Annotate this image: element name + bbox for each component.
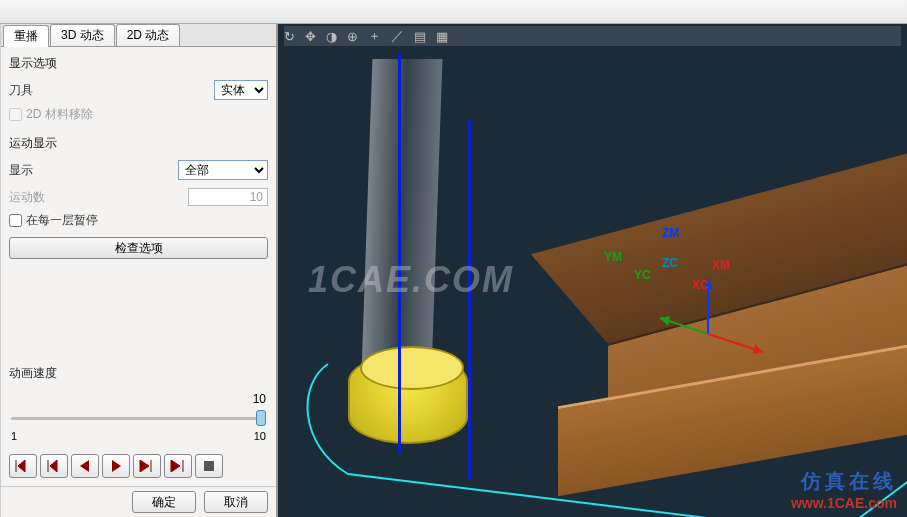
play-button[interactable] xyxy=(102,454,130,478)
display-options-title: 显示选项 xyxy=(9,53,268,74)
tool-axis-line xyxy=(398,54,401,454)
vt-icon: ◑ xyxy=(326,29,337,44)
motion-display-title: 运动显示 xyxy=(9,133,268,154)
anim-speed-title: 动画速度 xyxy=(9,363,268,384)
tool-label: 刀具 xyxy=(9,82,33,99)
tab-3d-dynamic[interactable]: 3D 动态 xyxy=(50,24,115,46)
speed-slider[interactable] xyxy=(11,408,266,428)
app-toolbar xyxy=(0,0,907,24)
stop-icon xyxy=(204,461,214,471)
panel-tabs: 重播 3D 动态 2D 动态 xyxy=(1,24,276,46)
prev-icon xyxy=(79,460,91,472)
viewport-toolbar: ↻ ✥ ◑ ⊕ ＋ ／ ▤ ▦ xyxy=(284,26,901,46)
next-icon xyxy=(139,460,155,472)
watermark-cn: 仿真在线 xyxy=(791,468,897,495)
prev-key-icon xyxy=(46,460,62,472)
tool-select[interactable]: 实体 xyxy=(214,80,268,100)
motion-count-label: 运动数 xyxy=(9,189,45,206)
speed-top-value: 10 xyxy=(253,392,266,406)
vt-icon: ↻ xyxy=(284,29,295,44)
show-label: 显示 xyxy=(9,162,33,179)
triad-icon xyxy=(648,274,788,374)
tool-cutter xyxy=(348,354,468,444)
axis-ym-label: YM xyxy=(604,250,622,264)
vt-icon: ／ xyxy=(391,27,404,45)
motion-count-input xyxy=(188,188,268,206)
watermark-right: 仿真在线 www.1CAE.com xyxy=(791,468,897,511)
speed-max: 10 xyxy=(254,430,266,442)
watermark-en: www.1CAE.com xyxy=(791,495,897,511)
3d-viewport[interactable]: ↻ ✥ ◑ ⊕ ＋ ／ ▤ ▦ xyxy=(278,24,907,517)
ok-button[interactable]: 确定 xyxy=(132,491,196,513)
vt-icon: ✥ xyxy=(305,29,316,44)
pause-each-layer-checkbox[interactable] xyxy=(9,214,22,227)
first-icon xyxy=(15,460,31,472)
axis-yc-label: YC xyxy=(634,268,651,282)
axis-zc-label: ZC xyxy=(662,256,678,270)
pause-each-layer-label: 在每一层暂停 xyxy=(26,212,98,229)
material-remove-2d: 2D 材料移除 xyxy=(9,106,268,123)
axis-xm-label: XM xyxy=(712,258,730,272)
axis-triad: ZM ZC YM YC XC XM xyxy=(648,274,788,377)
vt-icon: ＋ xyxy=(368,27,381,45)
speed-slider-thumb[interactable] xyxy=(256,410,266,426)
next-button[interactable] xyxy=(133,454,161,478)
cancel-button[interactable]: 取消 xyxy=(204,491,268,513)
check-options-button[interactable]: 检查选项 xyxy=(9,237,268,259)
prev-key-button[interactable] xyxy=(40,454,68,478)
playback-bar xyxy=(9,450,268,480)
vt-icon: ⊕ xyxy=(347,29,358,44)
vt-icon: ▦ xyxy=(436,29,448,44)
material-remove-2d-label: 2D 材料移除 xyxy=(26,106,93,123)
speed-min: 1 xyxy=(11,430,17,442)
last-icon xyxy=(170,460,186,472)
panel-footer: 确定 取消 xyxy=(1,486,276,517)
show-select[interactable]: 全部 xyxy=(178,160,268,180)
material-remove-2d-checkbox xyxy=(9,108,22,121)
tab-replay[interactable]: 重播 xyxy=(3,25,49,47)
axis-zm-label: ZM xyxy=(662,226,679,240)
pause-each-layer[interactable]: 在每一层暂停 xyxy=(9,212,268,229)
last-button[interactable] xyxy=(164,454,192,478)
vt-icon: ▤ xyxy=(414,29,426,44)
tab-2d-dynamic[interactable]: 2D 动态 xyxy=(116,24,181,46)
prev-button[interactable] xyxy=(71,454,99,478)
watermark-center: 1CAE.COM xyxy=(308,259,514,301)
play-icon xyxy=(110,460,122,472)
axis-xc-label: XC xyxy=(692,278,709,292)
speed-slider-block: 10 1 10 xyxy=(9,388,268,446)
replay-panel: 重播 3D 动态 2D 动态 显示选项 刀具 实体 2D 材料移除 运动显示 xyxy=(0,24,278,517)
stop-button[interactable] xyxy=(195,454,223,478)
first-button[interactable] xyxy=(9,454,37,478)
